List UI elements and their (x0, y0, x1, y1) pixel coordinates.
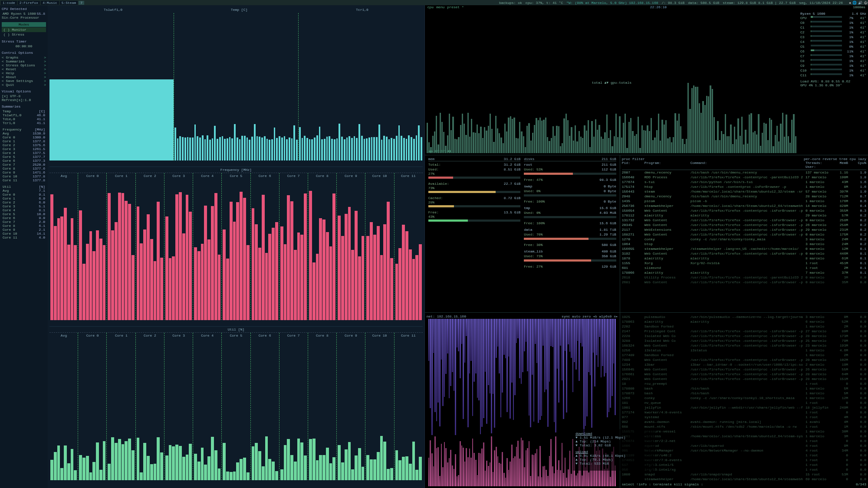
control-stress-options[interactable]: < Stress Options> (2, 63, 46, 67)
proc-row[interactable]: 905NetworkManager/usr/bin/NetworkManager… (622, 448, 866, 453)
proc-row[interactable]: 1878alacrittyalacritty8 marcelo61M0.1 (622, 256, 866, 261)
proc-row[interactable]: 178112alacrittyalacritty29 marcelo57M0.2 (622, 213, 866, 218)
tray-network-icon[interactable]: 🌐 (852, 1, 857, 5)
proc-row[interactable]: 1606xquerod/usr/lib/xquerod4 root9M0.0 (622, 443, 866, 448)
workspace-tab[interactable]: 1:code (1, 1, 17, 5)
proc-row[interactable]: 181nv_queue1 root00.0 (622, 400, 866, 405)
proc-row[interactable]: 1234i3bari3bar --bar_id=bar-0 --socket=/… (622, 362, 866, 367)
status-date: seg, 11/10/2024 22:26 (799, 1, 843, 5)
proc-row[interactable]: 156648RDD Process/usr/lib/firefox/firefo… (622, 175, 866, 180)
proc-row[interactable]: 3288Isolated Web Co/usr/lib/firefox/fire… (622, 338, 866, 343)
proc-row[interactable]: 1964btop3 marcelo24M0.2 (622, 242, 866, 246)
summary-row: Core 114.0 (2, 236, 46, 239)
proc-row[interactable]: 977systemd1 root4M0.0 (622, 415, 866, 419)
tray-manjaro-icon[interactable]: ◆ (849, 1, 851, 5)
proc-row[interactable]: 2117WebExtensions/usr/lib/firefox/firefo… (622, 227, 866, 232)
proc-row[interactable]: 2228Isolated Web Co/usr/lib/firefox/fire… (622, 334, 866, 338)
mode-stress[interactable]: ( ) Stress (2, 32, 46, 37)
proc-row[interactable]: 1901jellyfin/usr/bin/jellyfin --webdir=/… (622, 405, 866, 410)
proc-row[interactable]: 178080bash/bin/bash1 marcelo5M0.0 (622, 386, 866, 391)
proc-row[interactable]: 1266conkyconky -c /usr/share/conky/conky… (622, 396, 866, 400)
workspace-tab[interactable]: 4:Music (41, 1, 59, 5)
proc-row[interactable]: 3192Web Content/usr/lib/firefox/firefox … (622, 251, 866, 256)
proc-row[interactable]: 1925pulseaudio/usr/bin/pulseaudio --daem… (622, 314, 866, 319)
cpu-model: AMD Ryzen 5 1600 (3, 12, 36, 16)
proc-position: 0/343 (856, 482, 866, 486)
proc-row[interactable]: 174053kworker/7:0-events1 root00.0 (622, 458, 866, 462)
proc-sort[interactable]: per-core reverse tree cpu lazy (804, 157, 866, 161)
proc-row[interactable]: 681slimsvnd1 root2M0.1 (622, 265, 866, 270)
utf8-checkbox[interactable]: [x] UTF-8 (2, 94, 46, 98)
mode-monitor[interactable]: ( ) Monitor (2, 27, 46, 32)
proc-row[interactable]: 2921Web Content/usr/lib/firefox/firefox … (622, 377, 866, 381)
proc-row[interactable]: 668mount.ntfs/sbin/mount.ntfs /dev/sdb2 … (622, 424, 866, 429)
proc-row[interactable]: 178066alacrittyalacritty7 marcelo37M0.1 (622, 270, 866, 275)
proc-row[interactable]: 20345Web Content/usr/lib/firefox/firefox… (622, 223, 866, 227)
temp-pane-title: Temp [C] (231, 8, 247, 12)
proc-row[interactable]: 517xfg/i3-intel/51 root00.0 (622, 462, 866, 467)
refresh-setting[interactable]: Refresh[s]:1.0 (2, 98, 46, 102)
proc-row[interactable]: 168271Web Content/usr/lib/firefox/firefo… (622, 232, 866, 237)
btop-mem-box: mem31.2 GiB Total:31.2 GiB Used:8.51 GiB… (425, 155, 620, 312)
proc-row[interactable]: 2202Sandbox Forked1 marcelo2M0.0 (622, 324, 866, 329)
proc-row[interactable]: 1435picompicom -b1 marcelo176M0.6 (622, 199, 866, 203)
proc-row[interactable]: 2147Privileged Cont/usr/lib/firefox/fire… (622, 329, 866, 334)
control-graphs[interactable]: < Graphs> (2, 56, 46, 59)
proc-row[interactable]: 176674kworker/2:2-net1 root00.0 (622, 439, 866, 443)
proc-row[interactable]: 5081wireless/home/marcelo/.local/share/S… (622, 434, 866, 439)
btop-menu-menu[interactable]: menu (436, 5, 444, 10)
proc-row[interactable]: 168324Web Content/usr/lib/firefox/firefo… (622, 343, 866, 348)
proc-row[interactable]: 2607dmenu_recency/bin/bash /usr/bin/dmen… (622, 170, 866, 175)
proc-keys-hint: select ↑info ↓ terminate kill signals ↓ (622, 482, 703, 486)
control-save-settings[interactable]: < Save Settings> (2, 79, 46, 83)
proc-row[interactable]: 2618Utility Process/usr/lib/firefox/fire… (622, 275, 866, 280)
proc-row[interactable]: 1270conkyconky -c /usr/share/conky/conky… (622, 237, 866, 242)
control-help[interactable]: < Help> (2, 71, 46, 75)
summary-row: Core 21375.6 (2, 143, 46, 147)
status-disk-steam: steam: 129.8 GiB 8.1 GiB | 22.7 GiB (723, 1, 796, 5)
proc-row[interactable]: 256736steamwebhelper/home/marcelo/.local… (622, 203, 866, 208)
proc-row[interactable]: 156655steamwebhelper/steamwebhelper -lan… (622, 246, 866, 251)
btop-menu-cpu[interactable]: cpu (427, 5, 434, 10)
summary-row: Core 41377.5 (2, 151, 46, 155)
proc-row[interactable]: 156945Web Content/usr/lib/firefox/firefo… (622, 367, 866, 372)
proc-row[interactable]: 156443steam/home/marcelo/.local/share/St… (622, 189, 866, 194)
proc-row[interactable]: 956irq/16-intel/xg1 root00.0 (622, 467, 866, 472)
workspace-tab[interactable]: 5:Steam (60, 1, 78, 5)
proc-row[interactable]: 982avahi-daemonavahi-daemon: running [mi… (622, 419, 866, 424)
proc-row[interactable]: 131732Web Content/usr/lib/firefox/firefo… (622, 218, 866, 223)
proc-row[interactable]: 7489Web Content/usr/lib/firefox/firefox … (622, 357, 866, 362)
proc-row[interactable]: 18rcu_preempt1 root00.0 (622, 381, 866, 386)
control-summaries[interactable]: < Summaries> (2, 59, 46, 63)
proc-row[interactable]: 2681Web Content/usr/lib/firefox/firefox … (622, 280, 866, 285)
control-quit[interactable]: < Quit> (2, 83, 46, 87)
proc-row[interactable]: 177674s-tui/usr/bin/python /usr/bin/s-tu… (622, 180, 866, 184)
tray-power-icon[interactable]: ⏻ (864, 1, 867, 5)
proc-row[interactable]: 2948dmenu_recency/bin/bash /usr/bin/dmen… (622, 194, 866, 199)
proc-row[interactable]: 178073bash/bin/bash1 marcelo5M0.0 (622, 391, 866, 396)
workspace-tab[interactable]: 2:Firefox (18, 1, 40, 5)
proc-row[interactable]: 177174kworker/4:0-events1 root00.0 (622, 410, 866, 415)
tray-volume-icon[interactable]: 🔊 (858, 1, 862, 5)
proc-row[interactable]: 1080snapd/usr/lib/snapd/snapd15 root53M0… (622, 472, 866, 477)
proc-list-continued: 1925pulseaudio/usr/bin/pulseaudio --daem… (620, 313, 868, 488)
proc-row[interactable]: 121189kworker/u40:21 root00.0 (622, 453, 866, 458)
summary-row: Core 09.1 (2, 193, 46, 197)
proc-row[interactable]: 177489Sandbox Forked1 marcelo2M0.0 (622, 353, 866, 357)
btop-menu-preset[interactable]: preset * (447, 5, 464, 10)
control-reset[interactable]: < Reset> (2, 67, 46, 71)
summary-row: Core 91471.6 (2, 170, 46, 174)
proc-row[interactable]: 176661Web Content/usr/lib/firefox/firefo… (622, 372, 866, 377)
workspace-tab[interactable]: 7 (79, 1, 84, 5)
proc-row[interactable]: 1155XorgXorg/02-nvidia1 root451M0.1 (622, 261, 866, 265)
proc-row[interactable]: 1256i3statusi3status1 marcelo4.6M0.0 (622, 348, 866, 353)
proc-row[interactable]: 175174htop/usr/lib/firefox -contentproc … (622, 184, 866, 189)
proc-row[interactable]: 178063alacrittyalacritty6 marcelo52M0.0 (622, 319, 866, 324)
proc-row[interactable]: 158575pressure-vessel1 marcelo30M0.0 (622, 429, 866, 434)
util-header: Util (3, 185, 11, 189)
control-about[interactable]: < About> (2, 75, 46, 79)
stui-sidebar: CPU Detected AMD Ryzen 5 160055.8 Six-Co… (0, 5, 48, 488)
net-interface[interactable]: sync auto zero ◂b wlp6s0 n▸ (562, 314, 618, 318)
proc-row[interactable]: 158654Web Content/usr/lib/firefox/firefo… (622, 208, 866, 213)
proc-row[interactable]: steamwebhelper/home/marcelo/.local/share… (622, 477, 866, 481)
